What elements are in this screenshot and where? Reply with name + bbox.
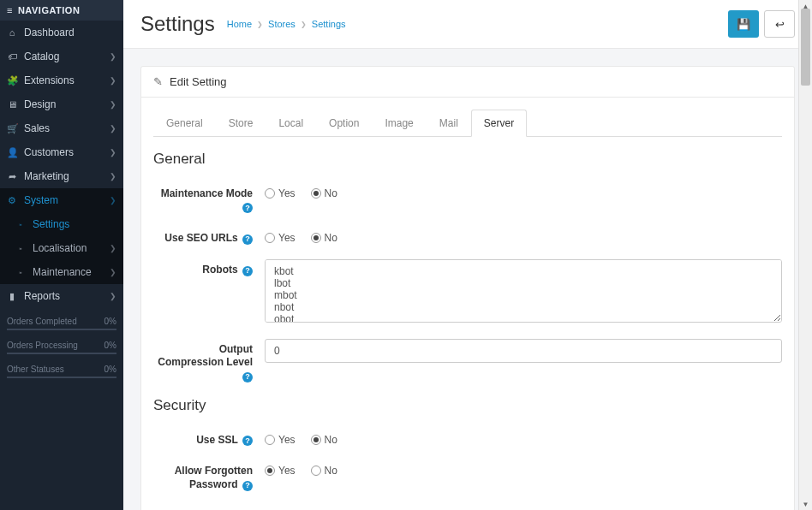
section-heading-general: General [153,151,782,168]
sidebar-item-label: Localisation [33,242,87,254]
page-scrollbar[interactable]: ▲ ▼ [798,0,812,510]
field-maintenance-mode: Maintenance Mode ? Yes No [153,183,782,214]
tabs: General Store Local Option Image Mail Se… [153,110,782,137]
stat-value: 0% [104,341,116,350]
sidebar-sub-localisation[interactable]: »Localisation ❯ [0,236,123,260]
sidebar-item-extensions[interactable]: 🧩Extensions ❯ [0,68,123,92]
radio-label: Yes [278,465,296,477]
tab-mail[interactable]: Mail [427,110,471,137]
radio-label: Yes [278,232,296,244]
sidebar-item-label: Sales [24,122,50,134]
tab-store[interactable]: Store [216,110,266,137]
help-icon[interactable]: ? [242,266,253,276]
stat-label: Orders Processing [7,341,78,350]
edit-panel: ✎ Edit Setting General Store Local Optio… [140,66,795,510]
chevron-right-icon: ❯ [301,21,307,28]
radio-ssl-no[interactable]: No [311,434,337,446]
help-icon[interactable]: ? [242,436,253,446]
radio-icon [265,435,275,445]
radio-forgot-yes[interactable]: Yes [265,465,296,477]
chevron-right-icon: ❯ [110,148,116,157]
radio-seo-no[interactable]: No [311,232,337,244]
save-icon: 💾 [737,18,750,31]
sidebar-item-label: Marketing [24,170,69,182]
chevron-right-icon: ❯ [110,76,116,85]
gear-icon: ⚙ [7,195,17,206]
field-allow-forgotten-password: Allow Forgotten Password ? Yes No [153,460,782,491]
sidebar-item-sales[interactable]: 🛒Sales ❯ [0,116,123,140]
page-title: Settings [140,12,215,36]
bullet-icon: » [15,270,26,275]
scroll-down-icon[interactable]: ▼ [799,498,812,510]
crumb-settings[interactable]: Settings [312,19,346,29]
dashboard-icon: ⌂ [7,27,17,38]
tab-general[interactable]: General [153,110,216,137]
radio-maintenance-no[interactable]: No [311,187,337,199]
chevron-right-icon: ❯ [257,21,263,28]
tab-server[interactable]: Server [471,110,527,137]
progress-bar [7,329,116,330]
radio-ssl-yes[interactable]: Yes [265,434,296,446]
sidebar-sub-settings[interactable]: »Settings [0,212,123,236]
tab-image[interactable]: Image [372,110,426,137]
chevron-right-icon: ❯ [110,124,116,133]
field-use-seo-urls: Use SEO URLs ? Yes No [153,228,782,246]
cancel-button[interactable]: ↩ [764,10,795,38]
scroll-thumb[interactable] [801,9,810,86]
radio-forgot-no[interactable]: No [311,465,337,477]
user-icon: 👤 [7,147,17,158]
crumb-home[interactable]: Home [227,19,252,29]
sidebar-item-label: Extensions [24,74,75,86]
sidebar-item-label: Catalog [24,50,59,62]
stat-orders-processing: Orders Processing0% [7,341,116,354]
radio-seo-yes[interactable]: Yes [265,232,296,244]
main-content: Settings Home ❯ Stores ❯ Settings 💾 ↩ ✎ … [123,0,812,510]
sidebar-item-dashboard[interactable]: ⌂Dashboard [0,21,123,44]
sidebar-item-design[interactable]: 🖥Design ❯ [0,92,123,116]
stat-label: Orders Completed [7,317,77,326]
field-label: Use SSL [196,434,237,446]
progress-bar [7,353,116,354]
panel-title: Edit Setting [170,75,227,88]
sidebar-item-reports[interactable]: ▮Reports ❯ [0,284,123,308]
field-label: Output Compression Level [158,343,253,369]
help-icon[interactable]: ? [242,372,253,382]
radio-icon [265,233,275,243]
stat-orders-completed: Orders Completed0% [7,317,116,330]
sidebar-item-customers[interactable]: 👤Customers ❯ [0,140,123,164]
cart-icon: 🛒 [7,123,17,134]
chevron-right-icon: ❯ [110,172,116,181]
chevron-right-icon: ❯ [110,292,116,300]
tab-local[interactable]: Local [266,110,316,137]
sidebar-sub-maintenance[interactable]: »Maintenance ❯ [0,260,123,284]
chevron-right-icon: ❯ [110,268,116,276]
panel-header: ✎ Edit Setting [141,67,794,98]
help-icon[interactable]: ? [242,203,253,213]
save-button[interactable]: 💾 [728,10,759,38]
chevron-right-icon: ❯ [110,100,116,109]
chevron-right-icon: ❯ [110,52,116,61]
radio-label: Yes [278,187,296,199]
sidebar-item-marketing[interactable]: ➦Marketing ❯ [0,164,123,188]
sidebar-item-label: Dashboard [24,27,75,39]
robots-textarea[interactable] [265,259,782,323]
crumb-stores[interactable]: Stores [268,19,296,29]
output-compression-input[interactable] [265,339,782,363]
stat-value: 0% [104,317,116,326]
tab-option[interactable]: Option [316,110,372,137]
reply-icon: ↩ [775,18,785,31]
share-icon: ➦ [7,171,17,182]
help-icon[interactable]: ? [242,481,253,491]
sidebar-item-system[interactable]: ⚙System ❯ [0,188,123,212]
sidebar-stats: Orders Completed0% Orders Processing0% O… [0,308,123,397]
breadcrumb: Home ❯ Stores ❯ Settings [227,19,346,29]
field-output-compression: Output Compression Level ? [153,339,782,383]
sidebar-title: NAVIGATION [18,5,80,15]
radio-label: No [325,232,337,244]
help-icon[interactable]: ? [242,234,253,245]
radio-maintenance-yes[interactable]: Yes [265,187,296,199]
radio-label: No [325,434,337,446]
radio-icon [311,188,321,199]
sidebar-item-catalog[interactable]: 🏷Catalog ❯ [0,44,123,68]
sidebar-item-label: Maintenance [33,266,92,278]
